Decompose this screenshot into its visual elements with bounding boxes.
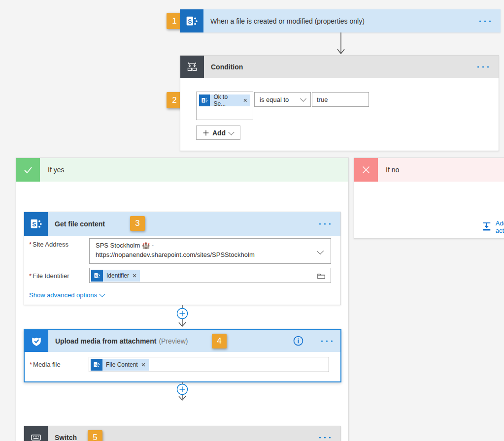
get-file-content-title: Get file content [55, 220, 105, 228]
info-icon[interactable] [293, 336, 303, 346]
condition-operand-box[interactable]: S Ok to Se... [196, 92, 253, 120]
file-identifier-input[interactable]: S Identifier [89, 268, 331, 283]
add-an-action-label: Add an action [496, 220, 504, 234]
sharepoint-icon: S [24, 212, 48, 236]
remove-token-icon[interactable] [243, 98, 247, 102]
operator-select[interactable]: is equal to [254, 92, 311, 107]
switch-card[interactable]: Switch 5 [24, 426, 341, 441]
identifier-token[interactable]: S Identifier [91, 270, 140, 282]
trigger-more-menu-icon[interactable] [479, 20, 491, 22]
plus-icon [203, 130, 209, 136]
svg-text:S: S [202, 99, 205, 102]
site-address-select[interactable]: SPS Stockholm 🏰 - https://nopanendev.sha… [89, 238, 331, 264]
trigger-title: When a file is created or modified (prop… [210, 17, 365, 25]
flow-designer-canvas: 1 S When a file is created or modified (… [0, 0, 504, 441]
sharepoint-token-icon: S [199, 94, 210, 106]
site-address-name: SPS Stockholm 🏰 - [90, 239, 331, 249]
sharepoint-token-icon: S [91, 270, 103, 282]
cross-icon [354, 158, 378, 182]
upload-media-connector-icon [25, 330, 48, 352]
svg-text:S: S [32, 221, 36, 228]
svg-text:S: S [95, 274, 98, 277]
preview-tag: (Preview) [159, 337, 188, 345]
svg-text:S: S [188, 18, 192, 25]
chevron-down-icon [300, 95, 306, 102]
get-file-content-more-menu-icon[interactable] [319, 223, 331, 225]
switch-icon [24, 426, 48, 441]
chevron-down-icon [99, 291, 105, 297]
connector-arrow-icon [337, 32, 345, 55]
add-an-action-button[interactable]: Add an action [482, 220, 504, 234]
media-file-input[interactable]: S File Content [89, 357, 329, 372]
insert-step-connector[interactable] [176, 305, 188, 330]
step-badge-3: 3 [130, 216, 145, 231]
show-advanced-options-link[interactable]: Show advanced options [29, 291, 104, 299]
media-file-label: *Media file [30, 361, 61, 368]
svg-text:S: S [95, 363, 97, 366]
file-content-token[interactable]: S File Content [91, 359, 149, 371]
condition-icon [180, 56, 204, 78]
step-badge-4: 4 [212, 334, 227, 348]
site-address-label: *Site Address [29, 241, 68, 248]
folder-picker-icon[interactable] [317, 272, 326, 280]
show-advanced-options-label: Show advanced options [29, 291, 97, 299]
upload-media-title: Upload media from attachment [55, 337, 156, 345]
insert-step-connector[interactable] [176, 382, 188, 403]
add-condition-button[interactable]: Add [196, 126, 240, 140]
chevron-down-icon [228, 129, 235, 135]
required-mark: * [30, 361, 32, 368]
file-identifier-label: *File Identifier [29, 272, 69, 280]
condition-value-text: true [317, 96, 328, 103]
upload-media-more-menu-icon[interactable] [321, 341, 333, 342]
remove-token-icon[interactable] [141, 363, 145, 367]
site-address-url: https://nopanendev.sharepoint.com/sites/… [90, 249, 331, 258]
condition-card[interactable]: Condition S Ok to Se... is equal to true… [180, 55, 499, 151]
condition-title: Condition [211, 63, 243, 71]
add-button-label: Add [212, 129, 226, 137]
condition-value-input[interactable]: true [312, 92, 369, 107]
switch-title: Switch [55, 434, 77, 441]
upload-media-card[interactable]: Upload media from attachment (Preview) 4… [24, 329, 341, 382]
identifier-token-label: Identifier [106, 272, 129, 279]
if-yes-label: If yes [48, 166, 64, 174]
if-no-branch-panel: If no Add an action [354, 158, 504, 239]
sharepoint-icon: S [180, 9, 203, 32]
trigger-card[interactable]: S When a file is created or modified (pr… [180, 9, 501, 32]
operand-token[interactable]: S Ok to Se... [199, 94, 250, 106]
required-mark: * [29, 241, 32, 248]
check-icon [16, 158, 40, 182]
switch-more-menu-icon[interactable] [319, 437, 331, 438]
get-file-content-card[interactable]: S Get file content 3 *Site Address SPS S… [24, 212, 341, 305]
condition-more-menu-icon[interactable] [477, 66, 489, 67]
required-mark: * [29, 272, 32, 280]
step-badge-5: 5 [88, 430, 102, 441]
if-no-label: If no [386, 166, 399, 174]
remove-token-icon[interactable] [133, 274, 136, 278]
sharepoint-token-icon: S [91, 359, 102, 371]
operator-value: is equal to [260, 96, 301, 103]
file-content-token-label: File Content [106, 361, 138, 368]
insert-action-icon [482, 221, 492, 233]
operand-token-label: Ok to Se... [213, 94, 239, 107]
